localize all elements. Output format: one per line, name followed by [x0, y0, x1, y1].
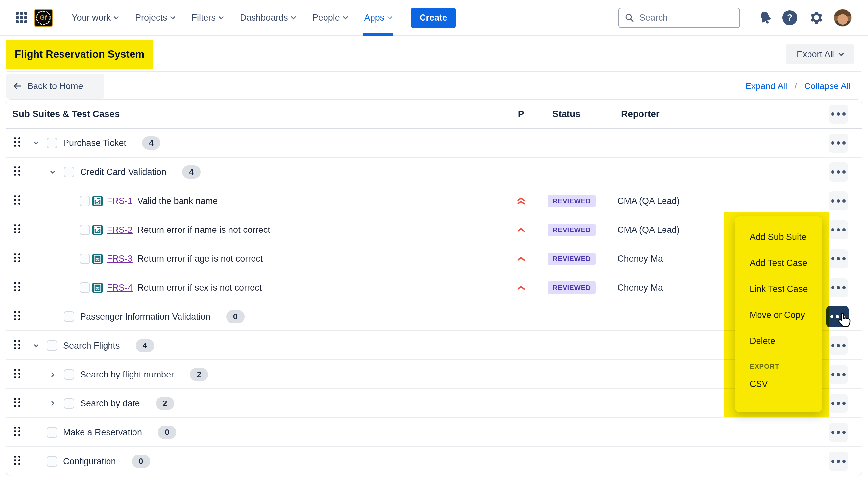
menu-item-link-test-case[interactable]: Link Test Case	[735, 276, 822, 302]
test-case-key-link[interactable]: FRS-4	[107, 283, 132, 293]
row-more-button[interactable]	[829, 220, 848, 239]
user-avatar[interactable]	[834, 9, 851, 27]
row-checkbox[interactable]	[80, 224, 90, 235]
row-more-button[interactable]	[829, 249, 848, 268]
expand-chevron-icon[interactable]	[32, 139, 40, 147]
nav-your-work[interactable]: Your work	[72, 0, 118, 35]
menu-item-csv[interactable]: CSV	[735, 371, 822, 397]
row-checkbox[interactable]	[80, 196, 90, 206]
nav-filters[interactable]: Filters	[192, 0, 223, 35]
chevron-down-icon	[343, 14, 348, 20]
drag-handle-icon[interactable]	[14, 224, 20, 234]
chevron-down-icon	[170, 14, 175, 20]
nav-dashboards[interactable]: Dashboards	[240, 0, 295, 35]
nav-people[interactable]: People	[312, 0, 347, 35]
row-content: Passenger Information Validation 0	[80, 302, 245, 331]
search-box	[618, 7, 740, 28]
test-case-icon	[92, 225, 102, 235]
status-badge: REVIEWED	[548, 195, 596, 207]
row-checkbox[interactable]	[47, 340, 57, 351]
drag-handle-icon[interactable]	[14, 282, 20, 291]
row-checkbox[interactable]	[64, 311, 74, 322]
table-row: Search Flights 4	[6, 331, 862, 360]
drag-handle-icon[interactable]	[14, 166, 20, 176]
page-title-highlight: Flight Reservation System	[6, 40, 153, 69]
suite-label: Search by date	[80, 398, 140, 409]
test-case-key-link[interactable]: FRS-2	[107, 225, 132, 235]
row-checkbox[interactable]	[64, 167, 74, 177]
expand-all-link[interactable]: Expand All	[745, 81, 787, 91]
help-icon[interactable]	[782, 10, 797, 25]
app-switcher-icon[interactable]	[16, 12, 27, 23]
row-more-button[interactable]	[829, 365, 848, 384]
status-badge: REVIEWED	[548, 252, 596, 265]
row-more-button[interactable]	[829, 336, 848, 355]
nav-projects[interactable]: Projects	[135, 0, 175, 35]
row-checkbox[interactable]	[64, 369, 74, 380]
test-case-key-link[interactable]: FRS-1	[107, 196, 132, 206]
divider	[7, 71, 861, 72]
drag-handle-icon[interactable]	[14, 340, 20, 349]
row-content: FRS-2 Return error if name is not correc…	[92, 215, 270, 244]
row-more-button[interactable]	[829, 278, 848, 297]
row-more-button[interactable]	[829, 423, 848, 442]
collapse-all-link[interactable]: Collapse All	[804, 81, 850, 91]
drag-handle-icon[interactable]	[14, 369, 20, 378]
settings-gear-icon[interactable]	[808, 10, 823, 26]
column-header-name: Sub Suites & Test Cases	[12, 100, 120, 128]
row-more-button[interactable]	[826, 306, 848, 327]
site-logo[interactable]: 79F Gf	[34, 8, 53, 27]
drag-handle-icon[interactable]	[14, 195, 20, 205]
row-checkbox[interactable]	[64, 398, 74, 409]
expand-chevron-icon[interactable]	[48, 168, 57, 176]
column-header-reporter: Reporter	[621, 100, 659, 128]
menu-item-add-test-case[interactable]: Add Test Case	[735, 250, 822, 276]
drag-handle-icon[interactable]	[14, 138, 20, 147]
table-row: Configuration 0	[6, 447, 862, 476]
menu-item-move-or-copy[interactable]: Move or Copy	[735, 302, 822, 328]
chevron-down-icon	[219, 14, 224, 20]
drag-handle-icon[interactable]	[14, 398, 20, 407]
top-navbar: 79F Gf Your work Projects Filters Dashbo…	[0, 0, 868, 35]
search-input[interactable]	[639, 12, 727, 23]
expand-chevron-icon[interactable]	[48, 399, 57, 408]
menu-item-delete[interactable]: Delete	[735, 328, 822, 354]
test-case-title: Return error if sex is not correct	[137, 283, 262, 293]
row-more-button[interactable]	[829, 191, 848, 210]
drag-handle-icon[interactable]	[14, 253, 20, 263]
expand-chevron-icon[interactable]	[48, 370, 57, 379]
logo-corner-text: 79F	[36, 10, 41, 13]
row-checkbox[interactable]	[47, 138, 57, 148]
row-content: Configuration 0	[63, 447, 150, 476]
suite-label: Search Flights	[63, 341, 120, 351]
table-more-button[interactable]	[829, 104, 848, 124]
suite-label: Purchase Ticket	[63, 138, 126, 148]
back-to-home-button[interactable]: Back to Home	[6, 74, 104, 99]
chevron-down-icon	[114, 14, 119, 20]
row-more-button[interactable]	[829, 162, 848, 182]
row-checkbox[interactable]	[80, 282, 90, 293]
notifications-bell-icon[interactable]	[758, 10, 773, 26]
table-row: FRS-1 Valid the bank name REVIEWED CMA (…	[6, 186, 862, 215]
test-case-key-link[interactable]: FRS-3	[107, 254, 132, 264]
expand-chevron-icon[interactable]	[32, 341, 40, 350]
row-content: Search Flights 4	[63, 331, 154, 360]
table-header-row: Sub Suites & Test Cases P Status Reporte…	[6, 100, 862, 128]
row-more-button[interactable]	[829, 133, 848, 153]
test-case-icon	[92, 254, 102, 264]
create-button[interactable]: Create	[411, 7, 456, 28]
row-checkbox[interactable]	[47, 427, 57, 438]
nav-apps[interactable]: Apps	[364, 0, 392, 35]
drag-handle-icon[interactable]	[14, 456, 20, 465]
row-more-button[interactable]	[829, 452, 848, 471]
drag-handle-icon[interactable]	[14, 427, 20, 436]
export-all-button[interactable]: Export All	[786, 44, 854, 64]
row-checkbox[interactable]	[80, 253, 90, 264]
main-nav: Your work Projects Filters Dashboards Pe…	[72, 0, 392, 35]
row-checkbox[interactable]	[47, 456, 57, 466]
column-header-status: Status	[552, 100, 581, 128]
drag-handle-icon[interactable]	[14, 311, 20, 320]
menu-item-add-sub-suite[interactable]: Add Sub Suite	[735, 224, 822, 250]
row-more-button[interactable]	[829, 394, 848, 413]
menu-section-export: EXPORT	[735, 361, 822, 371]
